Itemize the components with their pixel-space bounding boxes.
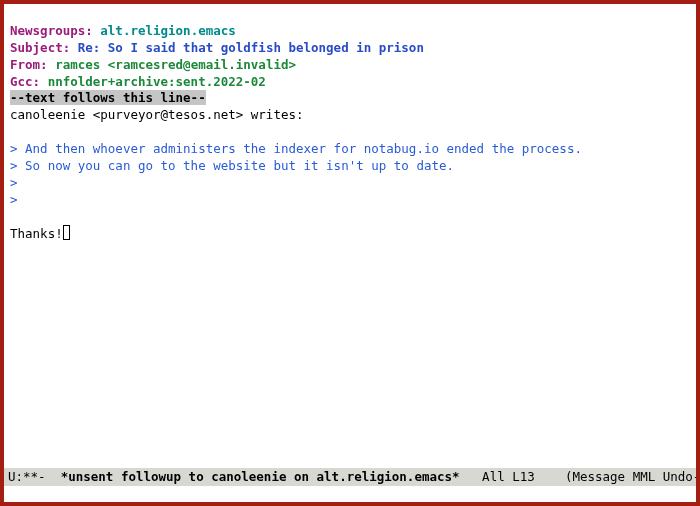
header-newsgroups-value: alt.religion.emacs [93,23,236,38]
header-from-label: From: [10,57,48,72]
modeline-position: All L13 [460,469,558,486]
minibuffer[interactable] [4,486,696,502]
header-newsgroups-label: Newsgroups: [10,23,93,38]
body-text: Thanks! [10,226,63,241]
header-gcc-value: nnfolder+archive:sent.2022-02 [40,74,266,89]
message-buffer[interactable]: Newsgroups: alt.religion.emacs Subject: … [4,4,696,468]
quoted-line: > So now you can go to the website but i… [10,158,454,173]
quoted-line: > And then whoever administers the index… [10,141,582,156]
quoted-line: > [10,192,18,207]
citation-line: canoleenie <purveyor@tesos.net> writes: [10,107,304,122]
header-gcc-label: Gcc: [10,74,40,89]
quoted-line: > [10,175,18,190]
header-subject-label: Subject: [10,40,70,55]
text-cursor [63,225,70,240]
modeline-status: U:**- [8,469,53,486]
header-subject-value: Re: So I said that goldfish belonged in … [70,40,424,55]
mode-line: U:**- *unsent followup to canoleenie on … [4,468,696,486]
modeline-modes: (Message MML Undo-Tree [557,469,700,486]
modeline-buffer-name: *unsent followup to canoleenie on alt.re… [53,469,459,486]
header-from-value: ramces <ramcesred@email.invalid> [48,57,296,72]
separator-line: --text follows this line-- [10,90,206,105]
